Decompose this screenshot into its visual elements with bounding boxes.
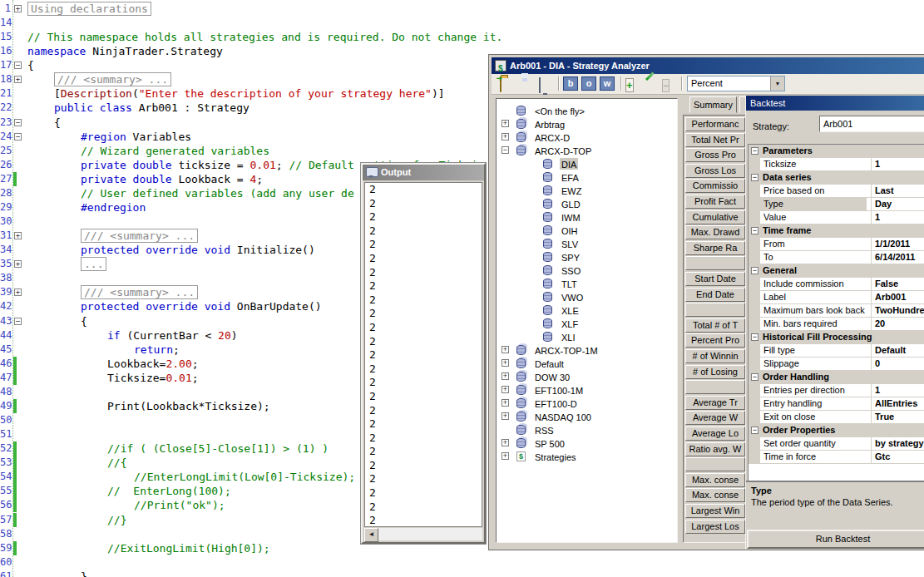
category-collapse-icon[interactable]: −	[751, 373, 758, 381]
property-row[interactable]: Slippage0	[749, 358, 924, 371]
fold-expand-icon[interactable]: +	[14, 288, 22, 296]
property-name[interactable]: Value	[763, 211, 867, 224]
tree-item-label[interactable]: EFT100-1M	[533, 384, 585, 396]
tree-expand-icon[interactable]: +	[502, 439, 509, 446]
tree-item-label[interactable]: <On the fly>	[533, 105, 586, 116]
summary-row[interactable]: Largest Win	[685, 504, 745, 518]
property-row[interactable]: Include commissionFalse	[749, 278, 924, 291]
summary-row[interactable]: Cumulative	[685, 210, 745, 224]
fold-collapse-icon[interactable]: −	[14, 119, 22, 126]
summary-row[interactable]	[685, 380, 745, 394]
property-row[interactable]: Entry handlingAllEntries	[749, 397, 924, 411]
summary-row[interactable]: Commissio	[685, 179, 745, 193]
summary-row[interactable]: Gross Los	[685, 164, 745, 178]
tree-item[interactable]: SPY	[497, 250, 677, 264]
summary-row[interactable]: # of Winnin	[685, 349, 745, 363]
property-name[interactable]: Slippage	[763, 358, 867, 370]
property-name[interactable]: Price based on	[763, 185, 867, 197]
tree-item-label[interactable]: IWM	[560, 211, 582, 223]
collapsed-region-box[interactable]: ...	[81, 257, 106, 271]
summary-row[interactable]: Average Lo	[685, 427, 745, 441]
property-value[interactable]: Gtc	[871, 451, 924, 463]
fold-collapse-icon[interactable]: −	[14, 133, 22, 141]
scroll-left-arrow-icon[interactable]: ◄	[364, 528, 378, 542]
tree-item-label[interactable]: EFA	[560, 171, 581, 183]
fold-expand-icon[interactable]: +	[14, 76, 22, 83]
property-row[interactable]: Price based onLast	[749, 185, 924, 198]
fold-collapse-icon[interactable]: −	[14, 318, 22, 325]
property-value[interactable]: 1/1/2011	[871, 238, 924, 250]
summary-row[interactable]: Percent Pro	[685, 333, 745, 348]
property-name[interactable]: Label	[763, 291, 867, 303]
summary-row[interactable]: Max. conse	[685, 473, 745, 487]
property-value[interactable]: 1	[871, 384, 924, 397]
tree-item[interactable]: +NASDAQ 100	[497, 410, 677, 423]
tree-expand-icon[interactable]: +	[502, 386, 509, 393]
tree-item-label[interactable]: XLE	[560, 304, 581, 316]
tree-item[interactable]: TLT	[497, 277, 677, 290]
tree-item[interactable]: DIA	[497, 157, 677, 170]
tree-item-label[interactable]: SP 500	[533, 437, 566, 449]
property-value[interactable]: False	[871, 278, 924, 290]
tree-item-label[interactable]: VWO	[560, 291, 585, 303]
instrument-tree[interactable]: <On the fly>+Arbtrag+ARCX-D−ARCX-D-TOPDI…	[496, 98, 678, 543]
property-value[interactable]: 1	[871, 211, 924, 224]
property-category-row[interactable]: −Historical Fill Processing	[749, 331, 924, 344]
summary-row[interactable]: Gross Pro	[685, 148, 745, 162]
property-name[interactable]: Exit on close	[763, 411, 867, 423]
tree-item-label[interactable]: DIA	[560, 158, 578, 170]
tree-collapse-icon[interactable]: −	[502, 146, 509, 154]
display-mode-combobox[interactable]: Percent ▼	[687, 76, 785, 91]
summary-row[interactable]: Sharpe Ra	[685, 241, 745, 255]
tree-item-label[interactable]: GLD	[560, 198, 582, 210]
output-window-titlebar[interactable]: Output	[363, 165, 484, 180]
tree-item[interactable]: +Default	[497, 357, 677, 370]
category-collapse-icon[interactable]: −	[751, 147, 758, 155]
summary-row[interactable]: Total Net Pr	[685, 133, 745, 147]
tree-item-label[interactable]: ARCX-TOP-1M	[533, 344, 600, 356]
property-category-row[interactable]: −General	[749, 264, 924, 278]
property-name[interactable]: Set order quantity	[763, 437, 867, 450]
summary-row[interactable]: Performanc	[685, 117, 745, 131]
property-name[interactable]: Entry handling	[763, 397, 867, 410]
summary-row[interactable]	[685, 256, 745, 270]
property-row[interactable]: LabelArb001	[749, 291, 924, 304]
tree-item[interactable]: GLD	[497, 197, 677, 210]
property-name[interactable]: From	[763, 238, 867, 250]
property-row[interactable]: Exit on closeTrue	[749, 411, 924, 424]
property-row[interactable]: Maximum bars look backTwoHundred	[749, 304, 924, 318]
category-collapse-icon[interactable]: −	[751, 427, 758, 434]
property-name[interactable]: To	[763, 251, 867, 264]
property-value[interactable]: Arb001	[871, 291, 924, 303]
summary-row[interactable]: Max. conse	[685, 488, 745, 502]
tree-item[interactable]: RSS	[497, 423, 677, 436]
tree-item-label[interactable]: NASDAQ 100	[533, 411, 593, 422]
tree-item-label[interactable]: Strategies	[533, 451, 578, 462]
backtest-view-button[interactable]: b	[563, 76, 578, 91]
fold-expand-icon[interactable]: +	[14, 260, 22, 268]
property-value[interactable]: Last	[871, 185, 924, 197]
fold-collapse-icon[interactable]: −	[14, 62, 22, 69]
property-row[interactable]: From1/1/2011	[749, 238, 924, 251]
collapsed-region-box[interactable]: /// <summary> ...	[81, 285, 198, 299]
property-name[interactable]: Ticksize	[763, 158, 867, 170]
tree-item[interactable]: −ARCX-D-TOP	[497, 144, 677, 157]
property-row[interactable]: Min. bars required20	[749, 318, 924, 331]
property-row[interactable]: Value1	[749, 211, 924, 224]
summary-row[interactable]: Average Tr	[685, 396, 745, 410]
property-row[interactable]: Time in forceGtc	[749, 451, 924, 464]
tree-item[interactable]: SSO	[497, 264, 677, 277]
collapsed-region-box[interactable]: /// <summary> ...	[81, 229, 198, 243]
tree-item[interactable]: XLF	[497, 317, 677, 330]
optimize-view-button[interactable]: o	[581, 76, 596, 91]
category-collapse-icon[interactable]: −	[751, 227, 758, 234]
tree-expand-icon[interactable]: +	[502, 359, 509, 367]
summary-row[interactable]: Start Date	[685, 272, 745, 286]
property-name[interactable]: Include commission	[763, 278, 867, 290]
tree-item-label[interactable]: SSO	[560, 264, 582, 276]
add-icon[interactable]: +	[625, 77, 634, 92]
property-value[interactable]: True	[871, 411, 924, 423]
summary-row[interactable]: End Date	[685, 288, 745, 302]
property-name[interactable]: Entries per direction	[763, 384, 867, 397]
tree-item-label[interactable]: XLF	[560, 318, 580, 329]
